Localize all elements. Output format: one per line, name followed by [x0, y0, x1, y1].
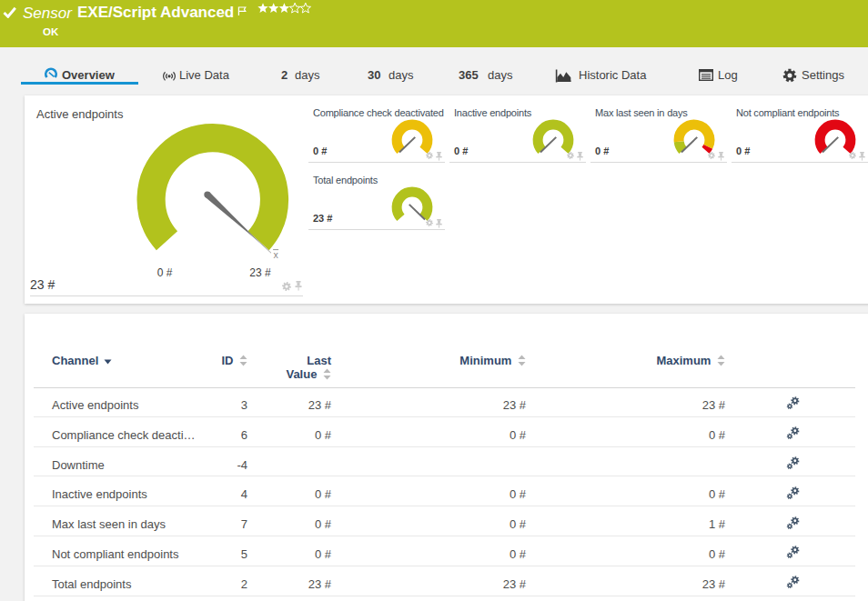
svg-text:x: x	[273, 249, 278, 260]
